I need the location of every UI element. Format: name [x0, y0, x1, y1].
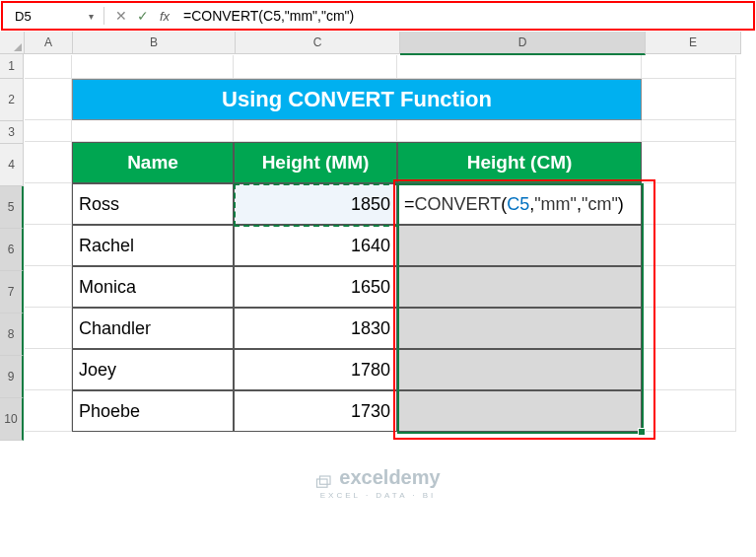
col-header-D[interactable]: D	[400, 32, 646, 55]
cell-D5-active[interactable]: =CONVERT(C5,"mm","cm")	[397, 183, 642, 225]
cell-C3[interactable]	[234, 120, 397, 142]
cell-mm-3[interactable]: 1830	[234, 308, 397, 349]
cell-D1[interactable]	[397, 55, 642, 79]
row-header-5[interactable]: 5	[0, 186, 24, 229]
cell-A7[interactable]	[25, 266, 72, 308]
name-box-dropdown-icon[interactable]: ▾	[89, 11, 94, 22]
cell-A5[interactable]	[25, 183, 72, 225]
col-header-C[interactable]: C	[236, 32, 400, 54]
svg-rect-0	[317, 479, 328, 487]
cell-C1[interactable]	[234, 55, 397, 79]
formula-input[interactable]: =CONVERT(C5,"mm","cm")	[175, 6, 745, 26]
cell-B3[interactable]	[72, 120, 234, 142]
cell-E9[interactable]	[642, 349, 736, 390]
header-mm[interactable]: Height (MM)	[234, 142, 397, 183]
cell-D3[interactable]	[397, 120, 642, 142]
name-box[interactable]: D5 ▾	[11, 7, 98, 26]
grid-body: Using CONVERT Function Name Height (MM) …	[25, 55, 741, 432]
row-header-4[interactable]: 4	[0, 144, 24, 186]
cell-A1[interactable]	[25, 55, 72, 79]
spreadsheet: 1 2 3 4 5 6 7 8 9 10 A B C D E	[0, 32, 756, 441]
watermark-brand: exceldemy	[339, 466, 440, 489]
cell-name-2[interactable]: Monica	[72, 266, 234, 308]
watermark-tagline: EXCEL · DATA · BI	[0, 491, 756, 500]
formula-close: )	[618, 194, 624, 215]
row-header-10[interactable]: 10	[0, 398, 24, 441]
row-header-2[interactable]: 2	[0, 79, 24, 121]
col-header-E[interactable]: E	[646, 32, 741, 54]
cell-mm-4[interactable]: 1780	[234, 349, 397, 390]
cell-A2[interactable]	[25, 79, 72, 120]
watermark: exceldemy EXCEL · DATA · BI	[0, 466, 756, 500]
header-cm[interactable]: Height (CM)	[397, 142, 642, 183]
cell-E3[interactable]	[642, 120, 736, 142]
row-header-8[interactable]: 8	[0, 313, 24, 356]
formula-eq: =	[404, 194, 415, 215]
row-header-7[interactable]: 7	[0, 271, 24, 313]
cell-E8[interactable]	[642, 308, 736, 349]
cancel-icon[interactable]: ✕	[112, 7, 130, 25]
formula-fn: CONVERT	[415, 194, 502, 215]
formula-bar: D5 ▾ ✕ ✓ fx =CONVERT(C5,"mm","cm")	[1, 1, 755, 31]
cell-name-4[interactable]: Joey	[72, 349, 234, 390]
cell-D9[interactable]	[397, 349, 642, 390]
cell-E1[interactable]	[642, 55, 736, 79]
cell-mm-1[interactable]: 1640	[234, 225, 397, 266]
enter-icon[interactable]: ✓	[134, 7, 152, 25]
formula-s2: "cm"	[582, 194, 618, 215]
cell-name-1[interactable]: Rachel	[72, 225, 234, 266]
cell-A3[interactable]	[25, 120, 72, 142]
name-box-value: D5	[15, 9, 32, 24]
cell-A9[interactable]	[25, 349, 72, 390]
formula-ref: C5	[507, 194, 529, 215]
cell-name-5[interactable]: Phoebe	[72, 390, 234, 432]
cell-D10[interactable]	[397, 390, 642, 432]
cell-D7[interactable]	[397, 266, 642, 308]
fx-icon[interactable]: fx	[156, 7, 173, 25]
cell-D6[interactable]	[397, 225, 642, 266]
cell-mm-5[interactable]: 1730	[234, 390, 397, 432]
row-headers: 1 2 3 4 5 6 7 8 9 10	[0, 54, 24, 441]
cell-mm-2[interactable]: 1650	[234, 266, 397, 308]
row-header-3[interactable]: 3	[0, 121, 24, 144]
cell-D8[interactable]	[397, 308, 642, 349]
cell-A8[interactable]	[25, 308, 72, 349]
select-all-corner[interactable]	[0, 32, 25, 54]
cell-mm-0[interactable]: 1850	[234, 183, 397, 225]
cell-name-3[interactable]: Chandler	[72, 308, 234, 349]
cell-E6[interactable]	[642, 225, 736, 266]
cell-A6[interactable]	[25, 225, 72, 266]
row-header-9[interactable]: 9	[0, 356, 24, 398]
header-name[interactable]: Name	[72, 142, 234, 183]
logo-icon	[315, 471, 333, 485]
col-header-A[interactable]: A	[25, 32, 73, 54]
cell-name-0[interactable]: Ross	[72, 183, 234, 225]
cell-E7[interactable]	[642, 266, 736, 308]
cell-B1[interactable]	[72, 55, 234, 79]
cell-A4[interactable]	[25, 142, 72, 183]
col-header-B[interactable]: B	[73, 32, 236, 54]
column-headers: A B C D E	[25, 32, 741, 55]
cell-E2[interactable]	[642, 79, 736, 120]
title-banner[interactable]: Using CONVERT Function	[72, 79, 642, 120]
cell-E10[interactable]	[642, 390, 736, 432]
cell-E5[interactable]	[642, 183, 736, 225]
cell-E4[interactable]	[642, 142, 736, 183]
divider	[103, 7, 104, 25]
row-header-1[interactable]: 1	[0, 54, 24, 79]
row-header-6[interactable]: 6	[0, 229, 24, 271]
formula-s1: "mm"	[534, 194, 577, 215]
svg-rect-1	[320, 476, 331, 484]
cell-A10[interactable]	[25, 390, 72, 432]
